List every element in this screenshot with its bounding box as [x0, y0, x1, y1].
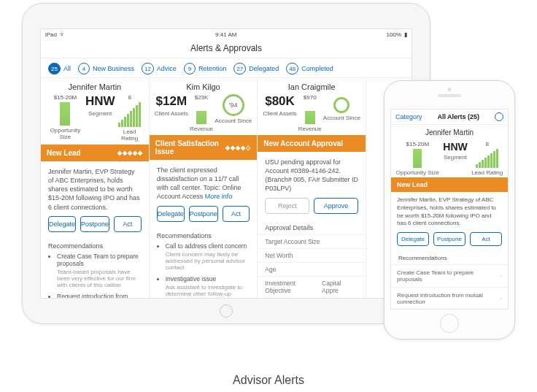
tab-new-business[interactable]: 4New Business	[78, 63, 134, 74]
client-name: Jennifer Martin	[41, 78, 149, 94]
iphone-screen: Category All Alerts (25) Jennifer Martin…	[390, 109, 509, 310]
more-info-link[interactable]: More info	[205, 193, 233, 200]
ipad-screen: iPad ᯤ 9:41 AM 100% ▮ Alerts & Approvals…	[40, 28, 412, 299]
recommendation-item[interactable]: Request introduction from mutual connect…	[57, 293, 142, 299]
iphone-device: Category All Alerts (25) Jennifer Martin…	[384, 80, 515, 339]
home-button[interactable]	[220, 304, 233, 318]
ring-chart: '94	[223, 94, 244, 116]
page-title: Alerts & Approvals	[41, 40, 412, 58]
recommendation-list: Create Case Team to prepare proposals Te…	[41, 253, 149, 299]
alert-description: The client expressed dissatisfaction on …	[150, 160, 258, 206]
navbar-title: All Alerts (25)	[437, 113, 479, 120]
recommendation-item[interactable]: Create Case Team to prepare proposals	[57, 253, 142, 267]
alert-banner: Client Satisfaction Issue◆◆◆◆◇	[150, 135, 258, 160]
approval-row: Net Worth	[258, 248, 366, 262]
act-button[interactable]: Act	[470, 232, 502, 246]
alert-card: Kim Kilgo $12MClient Assets $23KRevenue …	[150, 78, 258, 299]
battery-label: 100%	[387, 31, 401, 38]
tab-all[interactable]: 25All	[48, 63, 71, 74]
delegate-button[interactable]: Delegate	[48, 216, 76, 232]
recommendation-item[interactable]: Create Case Team to prepare proposals›	[391, 264, 508, 287]
act-button[interactable]: Act	[223, 206, 250, 222]
priority-rating: ◆◆◆◆◇	[225, 145, 251, 151]
postpone-button[interactable]: Postpone	[80, 216, 109, 232]
delegate-button[interactable]: Delegate	[397, 232, 429, 246]
home-button[interactable]	[440, 314, 459, 333]
recommendation-item[interactable]: Call to address client concern	[166, 242, 250, 250]
postpone-button[interactable]: Postpone	[433, 232, 465, 246]
camera-icon	[448, 88, 452, 91]
client-name: Jennifer Martin	[391, 125, 508, 138]
section-title: Recommendations	[391, 250, 508, 264]
gear-icon[interactable]	[495, 112, 503, 121]
chevron-right-icon: ›	[500, 272, 502, 280]
alert-banner: New Lead	[391, 177, 508, 192]
ring-chart	[333, 97, 349, 113]
approve-button[interactable]: Approve	[314, 198, 358, 214]
alert-banner: New Lead◆◆◆◆◆	[41, 145, 149, 161]
section-title: Approval Details	[258, 220, 366, 234]
tab-retention[interactable]: 9Retention	[184, 63, 227, 74]
priority-rating: ◆◆◆◆◆	[117, 150, 143, 156]
section-title: Recommendations	[150, 228, 258, 242]
speaker-icon	[438, 94, 461, 97]
back-category-link[interactable]: Category	[395, 113, 422, 120]
alert-description: Jennifer Martin, EVP Strategy of ABC Ent…	[391, 192, 508, 232]
carrier: iPad	[45, 31, 57, 38]
alert-card: Ian Craigmile $80KClient Assets $970Reve…	[258, 78, 366, 299]
chevron-right-icon: ›	[500, 295, 502, 302]
act-button[interactable]: Act	[114, 216, 142, 232]
delegate-button[interactable]: Delegate	[157, 206, 185, 222]
recommendation-list: Call to address client concern Client co…	[150, 242, 258, 299]
alert-card: Jennifer Martin $15-20MOpportunity Size …	[41, 78, 150, 299]
postpone-button[interactable]: Postpone	[189, 206, 218, 222]
status-time: 9:41 AM	[215, 31, 236, 38]
battery-icon: ▮	[404, 31, 407, 38]
approval-row: Age	[258, 262, 366, 276]
recommendation-item[interactable]: Investigative issue	[166, 275, 250, 283]
alert-banner: New Account Approval	[258, 135, 366, 152]
reject-button[interactable]: Reject	[265, 198, 309, 214]
statusbar: iPad ᯤ 9:41 AM 100% ▮	[41, 29, 412, 40]
client-name: Kim Kilgo	[150, 78, 258, 94]
alert-description: USU pending approval for Account #0389-4…	[258, 152, 366, 198]
tab-delegated[interactable]: 27Delegated	[233, 63, 279, 74]
client-name: Ian Craigmile	[258, 78, 366, 94]
filter-tabs: 25All 4New Business 12Advice 9Retention …	[41, 58, 412, 78]
ipad-device: iPad ᯤ 9:41 AM 100% ▮ Alerts & Approvals…	[22, 3, 430, 324]
section-title: Recommendations	[41, 238, 149, 253]
approval-row: Target Account Size	[258, 234, 366, 248]
recommendation-item[interactable]: Request introduction from mutual connect…	[391, 287, 508, 310]
tab-advice[interactable]: 12Advice	[142, 63, 177, 74]
alert-description: Jennifer Martin, EVP Strategy of ABC Ent…	[41, 161, 149, 216]
wifi-icon: ᯤ	[60, 31, 66, 38]
tab-completed[interactable]: 48Completed	[286, 63, 333, 74]
approval-row: Investment ObjectiveCapital Appre	[258, 276, 366, 297]
figure-caption: Advisor Alerts	[0, 365, 537, 392]
